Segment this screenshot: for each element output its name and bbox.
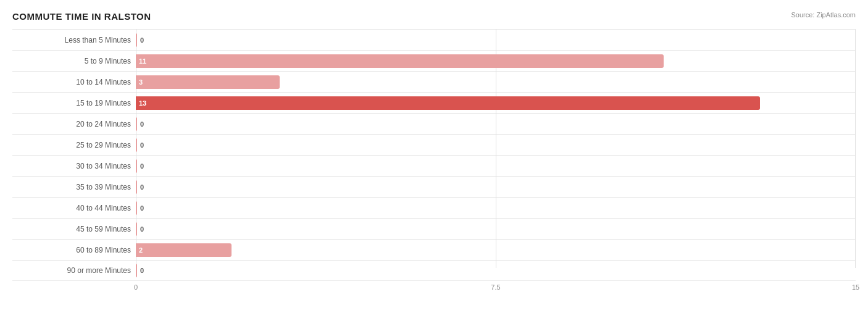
bar-value: 0 xyxy=(140,204,144,212)
chart-title: COMMUTE TIME IN RALSTON xyxy=(12,11,151,22)
bar xyxy=(136,159,137,173)
bar-area: 11 xyxy=(136,51,856,71)
bar-row: 20 to 24 Minutes0 xyxy=(12,113,856,134)
bar-value: 0 xyxy=(140,141,144,149)
bar-row: 45 to 59 Minutes0 xyxy=(12,218,856,239)
bar-row: 30 to 34 Minutes0 xyxy=(12,155,856,176)
bar-row: 25 to 29 Minutes0 xyxy=(12,134,856,155)
bar xyxy=(136,264,137,277)
bar-area: 0 xyxy=(136,114,856,134)
x-axis: 07.515 xyxy=(136,283,856,285)
bar xyxy=(136,201,137,215)
row-label: 45 to 59 Minutes xyxy=(12,225,136,233)
bar xyxy=(136,33,137,47)
row-label: 15 to 19 Minutes xyxy=(12,99,136,107)
bar-area: 13 xyxy=(136,93,856,113)
bar-value: 0 xyxy=(140,36,144,44)
bar-area: 3 xyxy=(136,72,856,92)
row-label: 10 to 14 Minutes xyxy=(12,78,136,86)
bar-row: 5 to 9 Minutes11 xyxy=(12,50,856,71)
bar xyxy=(136,138,137,152)
bar-value: 0 xyxy=(140,183,144,191)
bar-row: 15 to 19 Minutes13 xyxy=(12,92,856,113)
bar-area: 0 xyxy=(136,135,856,155)
bar-row: 10 to 14 Minutes3 xyxy=(12,71,856,92)
bar-area: 0 xyxy=(136,30,856,50)
row-label: 30 to 34 Minutes xyxy=(12,162,136,170)
bar-row: 40 to 44 Minutes0 xyxy=(12,197,856,218)
bar-value: 0 xyxy=(140,162,144,170)
bar-area: 2 xyxy=(136,240,856,260)
bar xyxy=(136,180,137,194)
chart-container: COMMUTE TIME IN RALSTON Source: ZipAtlas… xyxy=(0,0,868,323)
row-label: 40 to 44 Minutes xyxy=(12,204,136,212)
bar-value: 0 xyxy=(140,267,144,274)
bar-area: 0 xyxy=(136,198,856,218)
bar-value: 0 xyxy=(140,120,144,128)
chart-header: COMMUTE TIME IN RALSTON Source: ZipAtlas… xyxy=(12,11,856,22)
bar-row: Less than 5 Minutes0 xyxy=(12,29,856,50)
bar-area: 0 xyxy=(136,219,856,239)
row-label: 20 to 24 Minutes xyxy=(12,120,136,128)
chart-area: Less than 5 Minutes05 to 9 Minutes1110 t… xyxy=(12,29,856,285)
bar xyxy=(136,117,137,131)
row-label: 5 to 9 Minutes xyxy=(12,57,136,65)
bar xyxy=(136,222,137,236)
bar-value: 13 xyxy=(139,99,146,107)
bar-area: 0 xyxy=(136,156,856,176)
x-axis-label: 0 xyxy=(134,283,138,291)
bar-row: 35 to 39 Minutes0 xyxy=(12,176,856,197)
rows-container: Less than 5 Minutes05 to 9 Minutes1110 t… xyxy=(12,29,856,281)
chart-source: Source: ZipAtlas.com xyxy=(791,11,856,19)
bar-area: 0 xyxy=(136,177,856,197)
row-label: 35 to 39 Minutes xyxy=(12,183,136,191)
bar: 3 xyxy=(136,75,280,89)
bar-value: 0 xyxy=(140,225,144,233)
bar-area: 0 xyxy=(136,261,856,280)
x-axis-label: 7.5 xyxy=(491,283,500,291)
bar-value: 2 xyxy=(139,246,143,254)
bar: 2 xyxy=(136,243,232,257)
row-label: 90 or more Minutes xyxy=(12,266,136,275)
x-axis-label: 15 xyxy=(852,283,859,291)
bar: 11 xyxy=(136,54,664,68)
row-label: 60 to 89 Minutes xyxy=(12,246,136,254)
bar: 13 xyxy=(136,96,760,110)
row-label: 25 to 29 Minutes xyxy=(12,141,136,149)
bar-row: 90 or more Minutes0 xyxy=(12,260,856,281)
bar-value: 3 xyxy=(139,78,143,86)
bar-row: 60 to 89 Minutes2 xyxy=(12,239,856,260)
row-label: Less than 5 Minutes xyxy=(12,36,136,44)
bar-value: 11 xyxy=(139,57,146,65)
